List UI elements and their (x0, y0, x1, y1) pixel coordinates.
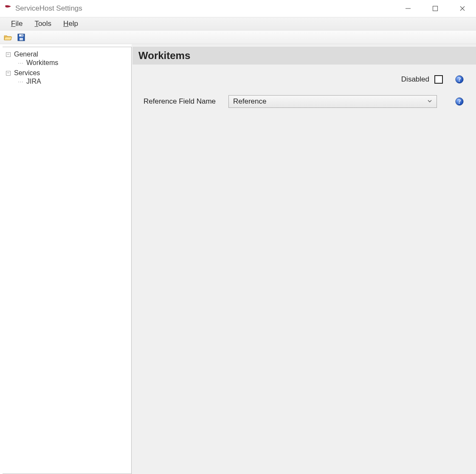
nav-tree: − General ⋯ Workitems − Services (3, 47, 132, 474)
collapse-icon[interactable]: − (6, 71, 11, 76)
content-body: Disabled ? (132, 65, 476, 474)
svg-text:?: ? (458, 99, 461, 105)
tree-branch-icon: ⋯ (18, 60, 23, 66)
open-button[interactable] (3, 32, 13, 42)
reference-field-combo[interactable]: Reference (228, 95, 437, 108)
window-title: ServiceHost Settings (15, 4, 82, 13)
svg-rect-7 (22, 35, 23, 36)
reference-field-label: Reference Field Name (144, 97, 218, 106)
menubar: File Tools Help (0, 17, 476, 31)
help-icon[interactable]: ? (455, 75, 464, 84)
content-header: Workitems (132, 47, 476, 65)
menu-file[interactable]: File (5, 18, 28, 30)
chevron-down-icon (427, 97, 432, 106)
svg-rect-5 (19, 34, 23, 37)
titlebar: ServiceHost Settings (0, 0, 476, 17)
svg-rect-1 (433, 6, 438, 11)
reference-field-row: Reference Field Name Reference ? (144, 95, 464, 108)
window-controls (394, 0, 476, 17)
help-icon[interactable]: ? (455, 97, 464, 106)
maximize-button[interactable] (422, 0, 449, 17)
tree-node-services[interactable]: − Services ⋯ JIRA (6, 68, 130, 87)
disabled-checkbox[interactable] (434, 75, 443, 84)
tree-node-jira[interactable]: ⋯ JIRA (14, 77, 130, 86)
reference-field-value: Reference (233, 97, 266, 106)
toolbar (0, 31, 476, 44)
main-split: − General ⋯ Workitems − Services (0, 44, 476, 474)
save-button[interactable] (16, 32, 26, 42)
disabled-row: Disabled ? (144, 75, 464, 84)
tree-branch-icon: ⋯ (18, 79, 23, 85)
menu-help[interactable]: Help (57, 18, 84, 30)
disabled-label: Disabled (401, 75, 429, 84)
tree-label-jira: JIRA (26, 78, 41, 85)
svg-rect-6 (20, 38, 23, 40)
collapse-icon[interactable]: − (6, 52, 11, 57)
tree-node-workitems[interactable]: ⋯ Workitems (14, 58, 130, 68)
tree-label-workitems: Workitems (26, 59, 58, 67)
tree-label-general: General (14, 51, 38, 58)
close-button[interactable] (449, 0, 476, 17)
content-panel: Workitems Disabled ? (132, 44, 476, 474)
tree-label-services: Services (14, 69, 40, 77)
svg-text:?: ? (458, 76, 461, 83)
app-icon (3, 4, 13, 13)
tree-node-general[interactable]: − General ⋯ Workitems (6, 50, 130, 68)
minimize-button[interactable] (394, 0, 422, 17)
menu-tools[interactable]: Tools (28, 18, 57, 30)
